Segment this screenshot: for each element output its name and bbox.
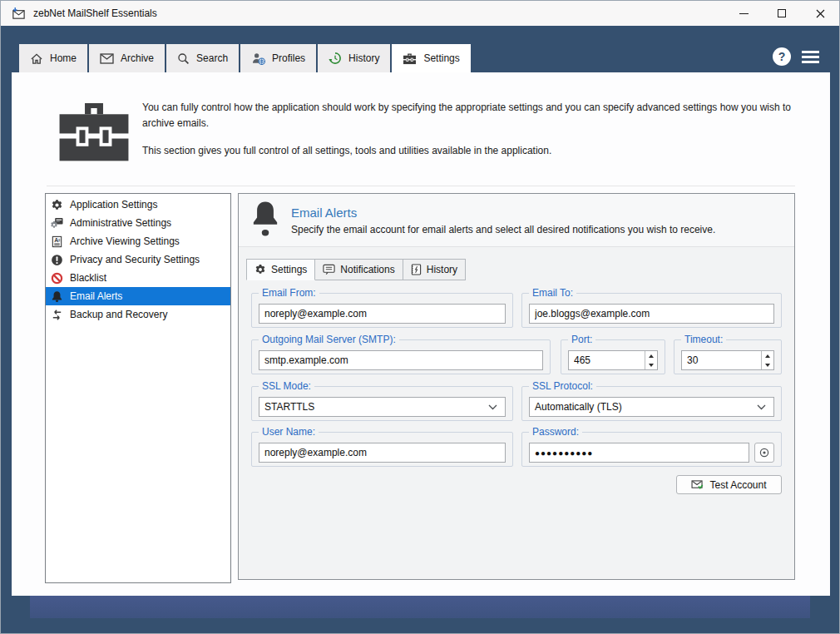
subtab-label: Settings xyxy=(271,264,307,275)
tab-profiles[interactable]: Profiles xyxy=(240,44,316,72)
ssl-protocol-group: SSL Protocol: Automatically (TLS) xyxy=(521,386,782,421)
ssl-mode-group: SSL Mode: STARTTLS xyxy=(251,386,513,421)
titlebar: zebNet MailShelf Essentials xyxy=(1,1,839,26)
prohibition-icon xyxy=(50,272,63,285)
email-from-group: Email From: xyxy=(251,293,513,328)
reveal-password-button[interactable] xyxy=(754,443,774,463)
panel-description: Specify the email account for email aler… xyxy=(291,224,715,235)
gear-icon xyxy=(50,199,63,211)
timeout-input[interactable] xyxy=(682,351,761,369)
sidebar-item-administrative-settings[interactable]: Administrative Settings xyxy=(46,214,230,232)
window-bottom-accent xyxy=(30,596,810,618)
test-account-label: Test Account xyxy=(709,479,766,491)
close-button[interactable] xyxy=(801,1,839,26)
settings-page: You can fully control how the applicatio… xyxy=(12,72,830,596)
tab-label: Archive xyxy=(121,52,154,64)
test-account-button[interactable]: Test Account xyxy=(676,475,782,494)
minimize-button[interactable] xyxy=(724,1,763,26)
spin-down-button[interactable] xyxy=(645,360,657,369)
password-group: Password: xyxy=(521,432,782,467)
person-globe-icon xyxy=(251,52,265,65)
sidebar-item-label: Administrative Settings xyxy=(70,217,171,229)
tab-history[interactable]: History xyxy=(318,44,390,72)
speech-bubble-icon xyxy=(323,264,335,275)
sidebar-item-archive-viewing-settings[interactable]: A Archive Viewing Settings xyxy=(46,232,230,250)
bell-large-icon xyxy=(251,201,279,240)
subtab-history[interactable]: History xyxy=(403,259,466,280)
window-title: zebNet MailShelf Essentials xyxy=(33,7,157,19)
settings-category-list: Application Settings Administrative Sett… xyxy=(45,193,231,583)
sync-arrows-icon xyxy=(50,309,63,321)
sidebar-item-application-settings[interactable]: Application Settings xyxy=(46,196,230,214)
magnifier-icon xyxy=(177,52,190,65)
subtab-notifications[interactable]: Notifications xyxy=(314,259,403,280)
sidebar-item-email-alerts[interactable]: Email Alerts xyxy=(46,287,230,305)
sidebar-item-blacklist[interactable]: Blacklist xyxy=(46,269,230,287)
sidebar-item-backup-recovery[interactable]: Backup and Recovery xyxy=(46,305,230,324)
ssl-mode-label: SSL Mode: xyxy=(259,380,314,393)
app-envelope-arrow-icon xyxy=(11,7,26,20)
port-spinner xyxy=(645,351,657,369)
ssl-mode-value: STARTTLS xyxy=(259,401,314,413)
user-name-input[interactable] xyxy=(259,443,505,462)
triangle-up-icon xyxy=(765,354,770,358)
password-input[interactable] xyxy=(530,443,749,462)
clock-arrow-icon xyxy=(329,52,342,65)
minimize-icon xyxy=(739,13,749,14)
tab-search[interactable]: Search xyxy=(166,44,239,72)
triangle-down-icon xyxy=(765,364,770,367)
toolbox-large-icon xyxy=(57,99,131,167)
smtp-server-input[interactable] xyxy=(259,351,542,369)
sidebar-item-label: Archive Viewing Settings xyxy=(70,235,180,247)
close-icon xyxy=(816,9,825,18)
smtp-server-label: Outgoing Mail Server (SMTP): xyxy=(259,334,399,346)
spin-down-button[interactable] xyxy=(762,360,773,369)
settings-description-line2: This section gives you full control of a… xyxy=(142,143,803,159)
sidebar-item-label: Email Alerts xyxy=(70,290,122,302)
svg-text:A: A xyxy=(54,236,58,242)
tab-label: Home xyxy=(50,52,77,64)
sidebar-item-privacy-security-settings[interactable]: Privacy and Security Settings xyxy=(46,250,230,269)
home-icon xyxy=(30,52,43,65)
eye-icon xyxy=(758,447,770,458)
bell-icon xyxy=(50,290,63,303)
tab-home[interactable]: Home xyxy=(19,44,87,72)
envelope-check-icon xyxy=(691,480,704,490)
timeout-spinner xyxy=(761,351,773,369)
spin-up-button[interactable] xyxy=(762,351,773,360)
email-to-input[interactable] xyxy=(530,305,773,323)
user-name-group: User Name: xyxy=(251,432,513,467)
panel-title: Email Alerts xyxy=(291,206,715,220)
sidebar-item-label: Backup and Recovery xyxy=(70,309,167,320)
triangle-down-icon xyxy=(649,364,654,367)
sidebar-item-label: Privacy and Security Settings xyxy=(70,254,200,265)
sidebar-item-label: Application Settings xyxy=(70,199,157,211)
email-alerts-header: Email Alerts Specify the email account f… xyxy=(239,194,794,247)
email-alerts-tabstrip: Settings Notifications History xyxy=(247,259,466,280)
header-separator xyxy=(47,186,795,186)
ssl-mode-dropdown[interactable]: STARTTLS xyxy=(259,397,506,417)
email-to-group: Email To: xyxy=(521,293,782,328)
subtab-label: History xyxy=(427,264,457,275)
gear-icon xyxy=(254,264,266,275)
tab-label: Profiles xyxy=(272,52,305,64)
help-button[interactable]: ? xyxy=(773,47,791,66)
port-input[interactable] xyxy=(569,351,645,369)
spin-up-button[interactable] xyxy=(645,351,657,360)
email-from-input[interactable] xyxy=(259,305,505,323)
subtab-settings[interactable]: Settings xyxy=(246,259,315,280)
tab-label: Settings xyxy=(423,52,459,64)
hamburger-menu-button[interactable] xyxy=(802,51,819,63)
maximize-icon xyxy=(778,9,786,17)
tab-label: History xyxy=(348,52,379,64)
maximize-button[interactable] xyxy=(763,1,801,26)
ssl-protocol-dropdown[interactable]: Automatically (TLS) xyxy=(529,397,774,417)
ssl-protocol-label: SSL Protocol: xyxy=(529,380,596,393)
tab-settings[interactable]: Settings xyxy=(392,44,470,72)
window-controls xyxy=(724,1,839,26)
smtp-server-group: Outgoing Mail Server (SMTP): xyxy=(251,339,551,374)
app-window: zebNet MailShelf Essentials Home Archive… xyxy=(0,0,840,634)
hamburger-icon xyxy=(802,51,819,53)
tab-archive[interactable]: Archive xyxy=(89,44,165,72)
document-a-icon: A xyxy=(50,235,63,248)
